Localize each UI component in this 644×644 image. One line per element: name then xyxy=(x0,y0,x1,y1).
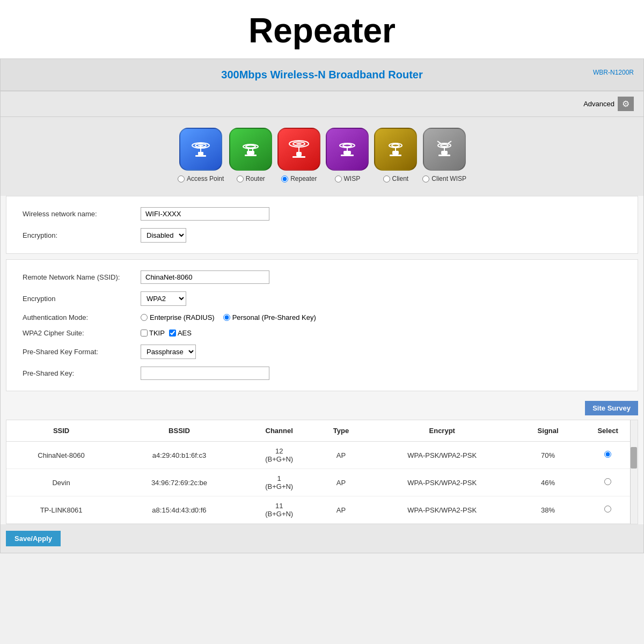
col-signal: Signal xyxy=(518,420,578,442)
router-label: Router xyxy=(246,175,265,182)
repeater-label-row: Repeater xyxy=(281,175,317,182)
remote-encryption-select[interactable]: Disabled WEP WPA WPA2 xyxy=(141,291,186,306)
cell-ssid: Devin xyxy=(6,469,116,496)
table-row: ChinaNet-8060 a4:29:40:b1:6f:c3 12 (B+G+… xyxy=(6,442,638,469)
remote-ssid-label: Remote Network Name (SSID): xyxy=(23,273,141,281)
key-format-row: Pre-Shared Key Format: Passphrase Hex xyxy=(23,345,621,359)
cell-type: AP xyxy=(316,469,367,496)
remote-network-section: Remote Network Name (SSID): Encryption D… xyxy=(6,259,638,391)
router-frame: 300Mbps Wireless-N Broadband Router WBR-… xyxy=(0,58,644,553)
wisp-radio[interactable] xyxy=(335,175,342,182)
cell-signal: 38% xyxy=(518,496,578,524)
svg-rect-16 xyxy=(292,156,305,158)
cell-encrypt: WPA-PSK/WPA2-PSK xyxy=(366,469,518,496)
auth-enterprise-option[interactable]: Enterprise (RADIUS) xyxy=(141,313,215,321)
access-point-radio[interactable] xyxy=(178,175,185,182)
auth-mode-label: Authentication Mode: xyxy=(23,313,141,321)
wisp-icon[interactable] xyxy=(326,128,369,171)
remote-ssid-row: Remote Network Name (SSID): xyxy=(23,270,621,284)
access-point-icon[interactable] xyxy=(179,128,222,171)
tkip-checkbox[interactable] xyxy=(141,330,148,336)
svg-rect-11 xyxy=(252,148,253,151)
router-radio[interactable] xyxy=(237,175,244,182)
ssid-input[interactable] xyxy=(141,207,269,221)
client-label: Client xyxy=(392,175,409,182)
repeater-label: Repeater xyxy=(290,175,317,182)
cell-select[interactable] xyxy=(578,469,638,496)
svg-point-7 xyxy=(246,145,255,148)
client-wisp-label: Client WISP xyxy=(431,175,466,182)
col-type: Type xyxy=(316,420,367,442)
svg-line-34 xyxy=(448,141,451,143)
cell-bssid: 34:96:72:69:2c:be xyxy=(116,469,243,496)
svg-rect-25 xyxy=(392,151,399,155)
encryption-label: Encryption: xyxy=(23,231,141,239)
client-icon[interactable] xyxy=(374,128,417,171)
table-row: TP-LINK8061 a8:15:4d:43:d0:f6 11 (B+G+N)… xyxy=(6,496,638,524)
col-ssid: SSID xyxy=(6,420,116,442)
svg-rect-10 xyxy=(248,148,249,151)
svg-rect-32 xyxy=(444,148,445,151)
aes-option[interactable]: AES xyxy=(169,329,192,337)
key-format-select[interactable]: Passphrase Hex xyxy=(141,345,196,359)
auth-personal-option[interactable]: Personal (Pre-Shared Key) xyxy=(223,313,316,321)
svg-rect-31 xyxy=(438,155,450,156)
cell-channel: 11 (B+G+N) xyxy=(243,496,316,524)
gear-button[interactable]: ⚙ xyxy=(618,97,634,111)
client-radio[interactable] xyxy=(383,175,390,182)
cell-encrypt: WPA-PSK/WPA2-PSK xyxy=(366,496,518,524)
advanced-bar: Advanced ⚙ xyxy=(1,91,643,117)
cell-ssid: TP-LINK8061 xyxy=(6,496,116,524)
repeater-icon[interactable] xyxy=(277,128,320,171)
save-apply-button[interactable]: Save/Apply xyxy=(6,531,61,546)
ssid-label: Wireless network name: xyxy=(23,210,141,218)
svg-rect-5 xyxy=(200,145,201,152)
site-survey-button[interactable]: Site Survey xyxy=(585,401,638,415)
cell-select[interactable] xyxy=(578,496,638,524)
router-icon[interactable] xyxy=(229,128,272,171)
client-label-row: Client xyxy=(383,175,409,182)
site-select-radio-0[interactable] xyxy=(604,451,611,458)
cipher-label: WPA2 Cipher Suite: xyxy=(23,329,141,337)
mode-selector: Access Point Router xyxy=(1,117,643,191)
pre-shared-key-row: Pre-Shared Key: xyxy=(23,367,621,380)
remote-encryption-label: Encryption xyxy=(23,295,141,303)
pre-shared-key-input[interactable] xyxy=(141,367,269,380)
cell-select[interactable] xyxy=(578,442,638,469)
mode-option-wisp: WISP xyxy=(326,128,369,182)
aes-label: AES xyxy=(178,329,192,337)
auth-enterprise-radio[interactable] xyxy=(141,314,148,321)
repeater-radio[interactable] xyxy=(281,175,288,182)
svg-rect-4 xyxy=(195,155,206,157)
table-header-row: SSID BSSID Channel Type Encrypt Signal S… xyxy=(6,420,638,442)
table-row: Devin 34:96:72:69:2c:be 1 (B+G+N) AP WPA… xyxy=(6,469,638,496)
mode-option-repeater: Repeater xyxy=(277,128,320,182)
aes-checkbox[interactable] xyxy=(169,330,176,336)
svg-point-14 xyxy=(296,143,302,145)
auth-personal-radio[interactable] xyxy=(223,314,230,321)
auth-enterprise-label: Enterprise (RADIUS) xyxy=(150,313,215,321)
auth-mode-row: Authentication Mode: Enterprise (RADIUS)… xyxy=(23,313,621,321)
encryption-select[interactable]: Disabled WEP WPA WPA2 xyxy=(141,228,186,243)
svg-rect-20 xyxy=(343,151,351,155)
col-channel: Channel xyxy=(243,420,316,442)
client-wisp-icon[interactable] xyxy=(423,128,466,171)
page-title: Repeater xyxy=(0,0,644,58)
access-point-label: Access Point xyxy=(187,175,224,182)
svg-point-29 xyxy=(441,144,448,147)
svg-rect-9 xyxy=(245,155,257,156)
tkip-option[interactable]: TKIP xyxy=(141,329,165,337)
cell-bssid: a4:29:40:b1:6f:c3 xyxy=(116,442,243,469)
scrollbar[interactable] xyxy=(630,420,638,524)
site-select-radio-1[interactable] xyxy=(604,478,611,485)
access-point-label-row: Access Point xyxy=(178,175,224,182)
svg-rect-8 xyxy=(247,151,254,155)
tkip-label: TKIP xyxy=(149,329,165,337)
mode-option-client: Client xyxy=(374,128,417,182)
ssid-row: Wireless network name: xyxy=(23,207,621,221)
site-select-radio-2[interactable] xyxy=(604,506,611,513)
remote-ssid-input[interactable] xyxy=(141,270,269,284)
client-wisp-radio[interactable] xyxy=(422,175,429,182)
cell-signal: 70% xyxy=(518,442,578,469)
svg-rect-15 xyxy=(296,152,302,156)
